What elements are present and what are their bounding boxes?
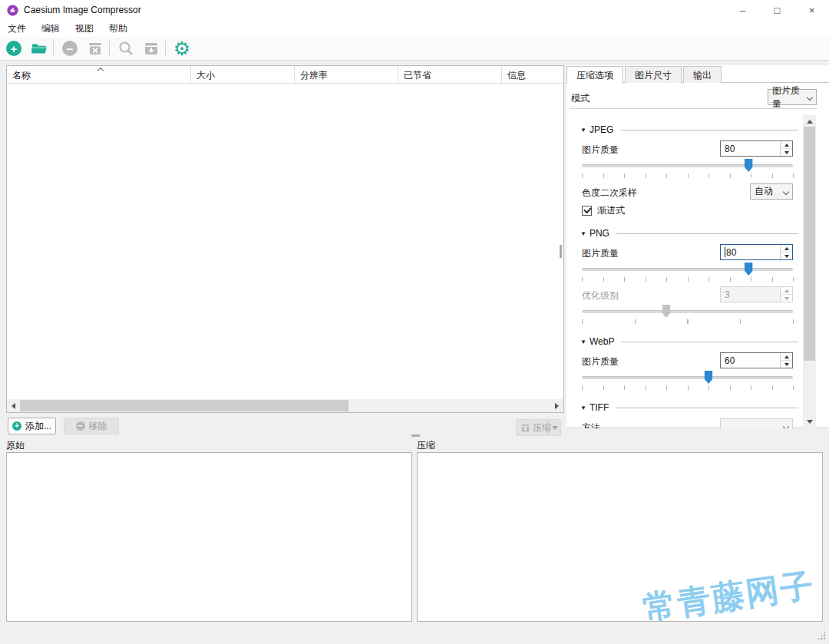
compressed-preview-label: 压缩 <box>417 439 435 452</box>
spin-down-icon[interactable] <box>781 253 792 259</box>
mode-select[interactable]: 图片质量 <box>768 89 817 105</box>
chevron-down-icon <box>783 424 788 428</box>
spin-up-icon[interactable] <box>781 141 792 149</box>
tab-image-size[interactable]: 图片尺寸 <box>625 66 682 83</box>
spin-up-icon <box>781 287 792 295</box>
jpeg-chroma-label: 色度二次采样 <box>582 187 637 200</box>
resize-grip-icon[interactable] <box>817 631 826 640</box>
magnifier-icon <box>117 40 134 57</box>
horizontal-splitter-handle[interactable] <box>411 434 420 437</box>
scroll-right-icon[interactable] <box>550 399 563 412</box>
compress-button[interactable]: 压缩 <box>516 419 561 436</box>
slider-handle[interactable] <box>705 371 713 384</box>
png-quality-slider[interactable] <box>582 262 793 277</box>
png-section-header[interactable]: ▼ PNG <box>580 228 798 239</box>
remove-file-button[interactable]: − <box>58 38 81 58</box>
tab-compression-options[interactable]: 压缩选项 <box>566 66 623 84</box>
menu-view[interactable]: 视图 <box>68 20 101 38</box>
column-header-info[interactable]: 信息 <box>502 66 563 83</box>
original-preview-label: 原始 <box>6 439 25 452</box>
column-header-name[interactable]: 名称 <box>7 66 191 83</box>
menu-bar: 文件 编辑 视图 帮助 <box>0 20 829 37</box>
open-folder-icon <box>31 40 48 57</box>
compressed-preview-panel: 常青藤网子 <box>417 452 823 622</box>
compress-icon <box>143 40 160 57</box>
tiff-section-header[interactable]: ▼ TIFF <box>580 402 798 413</box>
jpeg-quality-slider[interactable] <box>582 158 793 173</box>
add-icon: + <box>12 421 21 431</box>
webp-section-header[interactable]: ▼ WebP <box>580 336 798 347</box>
clear-list-button[interactable] <box>84 38 107 58</box>
add-button[interactable]: + 添加... <box>8 418 56 434</box>
toolbar-separator <box>53 41 54 56</box>
options-vertical-scrollbar[interactable] <box>803 115 816 428</box>
jpeg-chroma-select[interactable]: 自动 <box>750 183 793 200</box>
add-files-button[interactable]: + <box>2 38 25 58</box>
toolbar-separator <box>165 41 166 56</box>
progressive-checkbox[interactable] <box>582 206 592 216</box>
slider-ticks <box>582 173 794 178</box>
spin-up-icon[interactable] <box>781 245 792 253</box>
maximize-button[interactable]: □ <box>760 0 794 20</box>
sort-ascending-icon <box>97 67 103 72</box>
vertical-splitter-handle[interactable] <box>560 245 562 258</box>
slider-handle[interactable] <box>745 263 753 276</box>
toolbar: + − <box>0 37 829 61</box>
webp-quality-label: 图片质量 <box>582 355 619 368</box>
spin-down-icon[interactable] <box>781 149 792 156</box>
jpeg-progressive-row: 渐进式 <box>582 204 625 217</box>
compress-dropdown-arrow[interactable] <box>548 420 560 435</box>
png-quality-spinbox[interactable]: 80 <box>720 244 793 260</box>
preview-button[interactable] <box>114 38 137 58</box>
column-header-resolution[interactable]: 分辨率 <box>295 66 398 83</box>
spin-up-icon[interactable] <box>781 353 792 361</box>
png-level-label: 优化级别 <box>582 289 619 302</box>
webp-quality-spinbox[interactable]: 60 <box>720 352 793 368</box>
app-window: Caesium Image Compressor – □ × 文件 编辑 视图 … <box>0 0 829 644</box>
menu-edit[interactable]: 编辑 <box>34 20 68 38</box>
jpeg-quality-spinbox[interactable]: 80 <box>720 140 793 157</box>
scroll-left-icon[interactable] <box>7 399 20 412</box>
column-header-saved[interactable]: 已节省 <box>398 66 502 83</box>
slider-handle[interactable] <box>745 159 753 172</box>
slider-ticks <box>582 277 794 282</box>
add-folder-button[interactable] <box>28 38 51 58</box>
remove-icon: − <box>62 41 78 56</box>
slider-ticks <box>582 385 794 390</box>
remove-button[interactable]: − 移除 <box>64 418 119 434</box>
jpeg-section-header[interactable]: ▼ JPEG <box>580 124 798 135</box>
jpeg-quality-label: 图片质量 <box>582 144 619 157</box>
spin-down-icon[interactable] <box>781 361 792 368</box>
chevron-down-icon <box>783 190 788 195</box>
app-logo-icon <box>7 5 18 16</box>
collapse-triangle-icon: ▼ <box>580 230 586 237</box>
menu-file[interactable]: 文件 <box>0 20 34 38</box>
progressive-label: 渐进式 <box>597 204 625 217</box>
webp-quality-slider[interactable] <box>582 370 793 385</box>
png-quality-label: 图片质量 <box>582 247 619 260</box>
png-level-slider <box>582 304 793 319</box>
options-panel: 压缩选项 图片尺寸 输出 模式 图片质量 ▼ JPEG 图片质量 80 <box>566 65 829 428</box>
remove-icon: − <box>76 421 85 431</box>
original-preview-panel <box>6 452 412 622</box>
gear-icon: ⚙ <box>173 38 190 58</box>
settings-button[interactable]: ⚙ <box>170 38 193 58</box>
collapse-triangle-icon: ▼ <box>580 339 586 345</box>
table-horizontal-scrollbar[interactable] <box>7 399 563 412</box>
tab-output[interactable]: 输出 <box>683 66 722 83</box>
options-tabbar: 压缩选项 图片尺寸 输出 <box>566 66 829 83</box>
watermark-text: 常青藤网子 <box>640 563 817 622</box>
column-header-size[interactable]: 大小 <box>191 66 295 83</box>
mode-label: 模式 <box>571 92 590 105</box>
menu-help[interactable]: 帮助 <box>101 20 135 38</box>
minimize-button[interactable]: – <box>725 0 760 20</box>
scrollbar-thumb[interactable] <box>20 400 348 411</box>
scroll-down-icon[interactable] <box>803 415 816 428</box>
add-icon: + <box>6 41 21 56</box>
scrollbar-thumb[interactable] <box>804 127 815 361</box>
slider-ticks <box>582 319 794 324</box>
collapse-triangle-icon: ▼ <box>580 127 586 134</box>
title-bar: Caesium Image Compressor – □ × <box>0 0 829 20</box>
close-button[interactable]: × <box>794 0 829 20</box>
compress-toolbar-button[interactable] <box>140 38 163 58</box>
